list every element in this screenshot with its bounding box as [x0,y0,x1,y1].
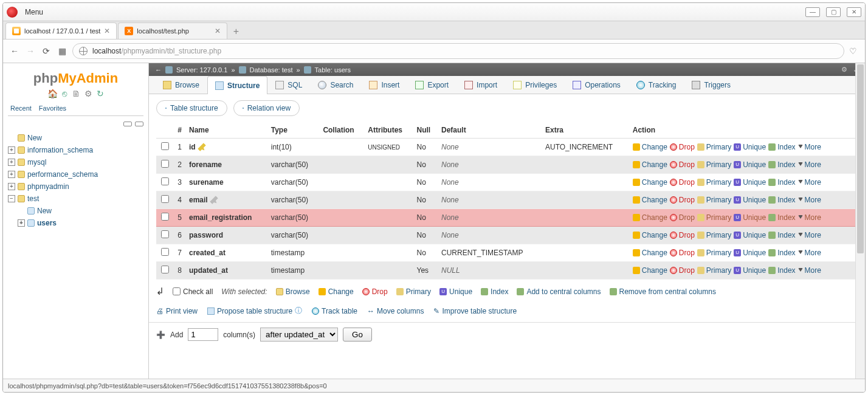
action-index[interactable]: Index [768,143,795,151]
browser-tab[interactable]: X localhost/test.php ✕ [118,22,227,39]
action-index[interactable]: Index [768,178,795,187]
row-checkbox[interactable] [161,213,169,221]
action-drop[interactable]: Drop [670,266,695,275]
reload-icon[interactable]: ↻ [97,89,104,98]
improve-structure[interactable]: ✎ Improve table structure [433,306,517,316]
tree-new[interactable]: New [8,132,143,144]
row-checkbox[interactable] [161,248,169,256]
maximize-button[interactable]: ▢ [826,7,841,17]
action-index[interactable]: Index [768,231,795,239]
move-columns[interactable]: ↔ Move columns [367,306,424,316]
action-index[interactable]: Index [768,160,795,169]
row-checkbox[interactable] [161,230,169,238]
bookmark-icon[interactable]: ♡ [849,46,859,56]
action-primary[interactable]: Primary [697,160,731,169]
new-tab-button[interactable]: + [229,24,243,39]
action-unique[interactable]: UUnique [734,213,766,222]
home-icon[interactable]: 🏠 [47,89,58,98]
ws-remove-central[interactable]: Remove from central columns [610,287,716,296]
tab-tracking[interactable]: Tracking [629,76,684,94]
action-more[interactable]: More [798,249,821,257]
browser-tab-active[interactable]: localhost / 127.0.0.1 / test ✕ [5,22,117,39]
bc-table[interactable]: Table: users [315,66,351,74]
action-more[interactable]: More [798,196,821,204]
action-change[interactable]: Change [633,249,667,257]
action-primary[interactable]: Primary [697,143,731,151]
tree-db[interactable]: +mysql [8,156,143,168]
action-index[interactable]: Index [768,266,795,275]
action-more[interactable]: More [798,266,821,275]
tab-triggers[interactable]: Triggers [684,76,739,94]
action-drop[interactable]: Drop [670,213,695,222]
link-icon[interactable] [135,122,143,126]
action-unique[interactable]: UUnique [734,160,766,169]
row-checkbox[interactable] [161,266,169,273]
tab-sql[interactable]: SQL [267,76,310,94]
logout-icon[interactable]: ⎋ [62,89,67,98]
action-drop[interactable]: Drop [670,249,695,257]
action-more[interactable]: More [798,178,821,187]
tree-new-table[interactable]: New [8,205,143,217]
menu-button[interactable]: Menu [21,7,47,18]
action-more[interactable]: More [798,160,821,169]
tab-structure[interactable]: Structure [207,76,267,94]
action-unique[interactable]: UUnique [734,178,766,187]
propose-structure[interactable]: Propose table structure ⓘ [207,306,302,316]
action-drop[interactable]: Drop [670,143,695,151]
sql-icon[interactable]: 🗎 [72,89,80,98]
tab-browse[interactable]: Browse [155,76,207,94]
action-change[interactable]: Change [633,196,667,204]
tab-close-icon[interactable]: ✕ [215,27,221,35]
speed-dial-icon[interactable]: ▦ [57,46,67,57]
row-checkbox[interactable] [161,142,169,150]
action-unique[interactable]: UUnique [734,266,766,275]
tab-recent[interactable]: Recent [8,103,34,113]
action-primary[interactable]: Primary [697,213,731,222]
action-drop[interactable]: Drop [670,231,695,239]
action-unique[interactable]: UUnique [734,196,766,204]
tab-favorites[interactable]: Favorites [36,103,69,113]
tree-table-users[interactable]: +users [8,217,143,229]
action-drop[interactable]: Drop [670,196,695,204]
vertical-scrollbar[interactable] [855,63,865,379]
action-index[interactable]: Index [768,249,795,257]
action-more[interactable]: More [798,143,821,151]
tab-export[interactable]: Export [407,76,456,94]
subtab-table-structure[interactable]: Table structure [156,100,227,116]
action-index[interactable]: Index [768,213,795,222]
print-view[interactable]: 🖨 Print view [156,306,198,316]
ws-add-central[interactable]: Add to central columns [517,287,601,296]
action-primary[interactable]: Primary [697,178,731,187]
tab-insert[interactable]: Insert [361,76,407,94]
tree-db-open[interactable]: −test [8,193,143,205]
row-checkbox[interactable] [161,160,169,168]
action-change[interactable]: Change [633,178,667,187]
ws-unique[interactable]: UUnique [439,287,472,296]
action-primary[interactable]: Primary [697,231,731,239]
action-unique[interactable]: UUnique [734,249,766,257]
check-all[interactable]: Check all [173,287,213,296]
ws-browse[interactable]: Browse [276,287,310,296]
close-button[interactable]: ✕ [847,7,861,17]
row-checkbox[interactable] [161,195,169,203]
action-more[interactable]: More [798,231,821,239]
subtab-relation-view[interactable]: Relation view [233,100,300,116]
gear-icon[interactable]: ⚙ [841,66,847,74]
action-change[interactable]: Change [633,160,667,169]
action-unique[interactable]: UUnique [734,143,766,151]
ws-change[interactable]: Change [319,287,354,296]
action-unique[interactable]: UUnique [734,231,766,239]
ws-index[interactable]: Index [481,287,508,296]
tree-db[interactable]: +information_schema [8,144,143,156]
ws-primary[interactable]: Primary [396,287,431,296]
action-drop[interactable]: Drop [670,160,695,169]
action-primary[interactable]: Primary [697,249,731,257]
bc-server[interactable]: Server: 127.0.0.1 [176,66,227,74]
ws-drop[interactable]: Drop [362,287,388,296]
collapse-icon[interactable] [123,122,132,126]
go-button[interactable]: Go [343,328,372,342]
action-change[interactable]: Change [633,231,667,239]
action-change[interactable]: Change [633,213,667,222]
forward-button[interactable]: → [25,46,36,57]
tree-db[interactable]: +performance_schema [8,168,143,180]
